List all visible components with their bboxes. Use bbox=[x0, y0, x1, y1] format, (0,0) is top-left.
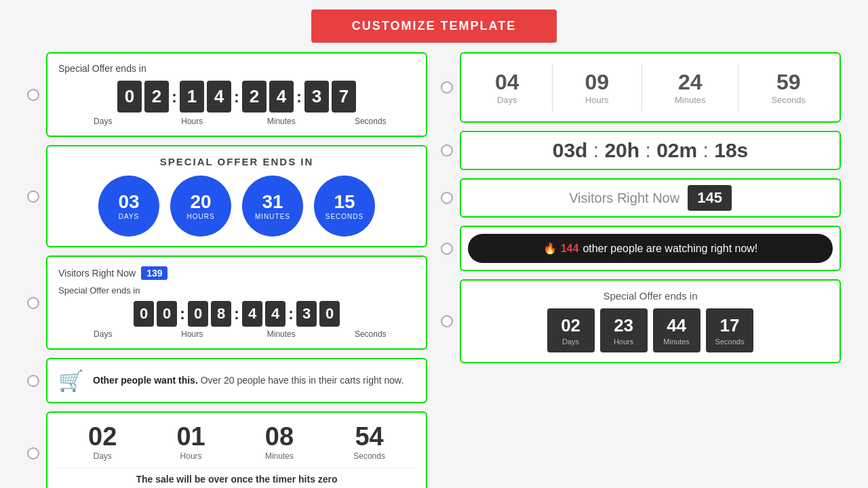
divider-2 bbox=[642, 63, 642, 112]
radio-1[interactable] bbox=[27, 89, 39, 101]
r5-title: Special Offer ends in bbox=[472, 290, 829, 302]
widget-1-labels: Days Hours Minutes Seconds bbox=[58, 117, 415, 126]
widget-5: 02 Days 01 Hours 08 Minutes 54 Seconds bbox=[46, 411, 427, 488]
r5-days: 02 Days bbox=[547, 308, 595, 352]
top-bar: CUSTOMIZE TEMPLATE bbox=[0, 0, 868, 52]
sale-text: The sale will be over once the timer hit… bbox=[58, 468, 415, 485]
w3d7: 3 bbox=[296, 301, 317, 327]
widget-2-circles: 03 DAYS 20 HOURS 31 MINUTES 15 SECONDS bbox=[58, 176, 415, 237]
colon-2: : bbox=[234, 87, 239, 106]
w3c3: : bbox=[288, 304, 294, 323]
widget-row-3: Visitors Right Now 139 Special Offer end… bbox=[27, 256, 427, 350]
w3d5: 4 bbox=[242, 301, 262, 327]
circle-seconds: 15 SECONDS bbox=[314, 176, 375, 237]
widget-r2: 03d : 20h : 02m : 18s bbox=[460, 131, 841, 170]
customize-button[interactable]: CUSTOMIZE TEMPLATE bbox=[311, 9, 557, 43]
widget-4: 🛒 Other people want this. Over 20 people… bbox=[46, 358, 427, 403]
widget-2: SPECIAL OFFER ENDS IN 03 DAYS 20 HOURS 3… bbox=[46, 145, 427, 247]
widget-r1: 04 Days 09 Hours 24 Minutes 59 Seconds bbox=[460, 52, 841, 123]
colon-1: : bbox=[172, 87, 177, 106]
widget-1-title: Special Offer ends in bbox=[58, 63, 415, 74]
widget-3-labels: Days Hours Minutes Seconds bbox=[58, 329, 415, 339]
r5-boxes: 02 Days 23 Hours 44 Minutes 17 Seconds bbox=[472, 308, 829, 352]
widget-1: Special Offer ends in 0 2 : 1 4 : 2 4 : … bbox=[46, 52, 427, 137]
radio-r4[interactable] bbox=[441, 243, 453, 255]
nb-seconds: 54 Seconds bbox=[353, 422, 385, 461]
radio-r5[interactable] bbox=[441, 315, 453, 327]
widget-1-countdown: 0 2 : 1 4 : 2 4 : 3 7 bbox=[58, 81, 415, 113]
circle-hours: 20 HOURS bbox=[170, 176, 231, 237]
widget-5-nums: 02 Days 01 Hours 08 Minutes 54 Seconds bbox=[58, 422, 415, 461]
widget-row-r2: 03d : 20h : 02m : 18s bbox=[441, 131, 841, 170]
cart-text: Other people want this. Over 20 people h… bbox=[93, 373, 403, 388]
w3d4: 8 bbox=[211, 301, 231, 327]
cart-icon: 🛒 bbox=[58, 369, 83, 392]
fire-banner: 🔥 144 other people are watching right no… bbox=[468, 234, 833, 263]
widget-row-1: Special Offer ends in 0 2 : 1 4 : 2 4 : … bbox=[27, 52, 427, 137]
widget-row-5: 02 Days 01 Hours 08 Minutes 54 Seconds bbox=[27, 411, 427, 488]
d2: 2 bbox=[144, 81, 169, 113]
r1-hours: 09 Hours bbox=[571, 63, 623, 112]
visitors-line: Visitors Right Now 139 bbox=[58, 266, 415, 280]
colon-3: : bbox=[296, 87, 302, 106]
w3d6: 4 bbox=[265, 301, 285, 327]
w3c1: : bbox=[180, 304, 185, 323]
widget-r3: Visitors Right Now 145 bbox=[460, 178, 841, 218]
circle-minutes: 31 MINUTES bbox=[242, 176, 303, 237]
w3d2: 0 bbox=[157, 301, 177, 327]
d5: 2 bbox=[242, 81, 267, 113]
widget-row-2: SPECIAL OFFER ENDS IN 03 DAYS 20 HOURS 3… bbox=[27, 145, 427, 247]
widget-row-r4: 🔥 144 other people are watching right no… bbox=[441, 226, 841, 271]
d1: 0 bbox=[117, 81, 142, 113]
d3: 1 bbox=[180, 81, 204, 113]
widget-r4: 🔥 144 other people are watching right no… bbox=[460, 226, 841, 271]
left-column: Special Offer ends in 0 2 : 1 4 : 2 4 : … bbox=[27, 52, 427, 488]
w3d1: 0 bbox=[134, 301, 154, 327]
w3d3: 0 bbox=[188, 301, 208, 327]
r1-seconds: 59 Seconds bbox=[757, 63, 819, 112]
radio-2[interactable] bbox=[27, 190, 39, 203]
widget-row-r5: Special Offer ends in 02 Days 23 Hours 4… bbox=[441, 279, 841, 363]
w3c2: : bbox=[234, 304, 239, 323]
widget-r5: Special Offer ends in 02 Days 23 Hours 4… bbox=[460, 279, 841, 363]
radio-r3[interactable] bbox=[441, 192, 453, 204]
d8: 7 bbox=[332, 81, 356, 113]
widget-3-subtitle: Special Offer ends in bbox=[58, 285, 415, 296]
nb-days: 02 Days bbox=[88, 422, 117, 461]
r3-badge: 145 bbox=[688, 185, 732, 211]
d6: 4 bbox=[269, 81, 294, 113]
divider-1 bbox=[552, 63, 553, 112]
visitors-badge: 139 bbox=[141, 266, 167, 280]
widget-2-title: SPECIAL OFFER ENDS IN bbox=[58, 156, 415, 167]
fire-icon: 🔥 bbox=[543, 242, 557, 255]
widget-3-countdown: 0 0 : 0 8 : 4 4 : 3 0 bbox=[58, 301, 415, 327]
widget-3: Visitors Right Now 139 Special Offer end… bbox=[46, 256, 427, 350]
circle-days: 03 DAYS bbox=[98, 176, 159, 237]
r5-hours: 23 Hours bbox=[600, 308, 648, 352]
radio-r1[interactable] bbox=[441, 81, 453, 94]
radio-5[interactable] bbox=[27, 447, 39, 460]
d4: 4 bbox=[207, 81, 231, 113]
widget-row-r3: Visitors Right Now 145 bbox=[441, 178, 841, 218]
nb-minutes: 08 Minutes bbox=[265, 422, 294, 461]
widget-row-r1: 04 Days 09 Hours 24 Minutes 59 Seconds bbox=[441, 52, 841, 123]
r5-minutes: 44 Minutes bbox=[653, 308, 701, 352]
r1-minutes: 24 Minutes bbox=[661, 63, 719, 112]
w3d8: 0 bbox=[319, 301, 340, 327]
r5-seconds: 17 Seconds bbox=[706, 308, 754, 352]
widget-row-4: 🛒 Other people want this. Over 20 people… bbox=[27, 358, 427, 403]
d7: 3 bbox=[304, 81, 329, 113]
radio-r2[interactable] bbox=[441, 144, 453, 157]
radio-4[interactable] bbox=[27, 375, 39, 387]
nb-hours: 01 Hours bbox=[176, 422, 205, 461]
divider-3 bbox=[738, 63, 738, 112]
radio-3[interactable] bbox=[27, 297, 39, 309]
r1-days: 04 Days bbox=[481, 63, 533, 112]
main-content: Special Offer ends in 0 2 : 1 4 : 2 4 : … bbox=[0, 52, 868, 488]
right-column: 04 Days 09 Hours 24 Minutes 59 Seconds bbox=[441, 52, 841, 488]
